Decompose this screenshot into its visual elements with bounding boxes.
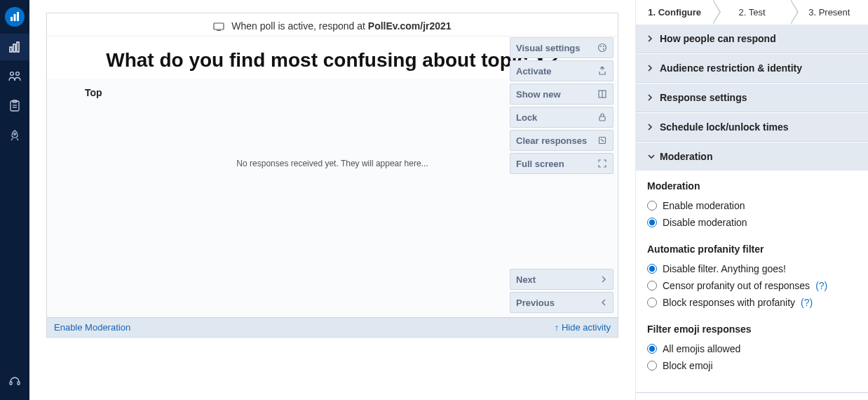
show-new-button[interactable]: Show new <box>510 84 613 105</box>
poll-stage: Visual settings Activate Show new Lock <box>46 13 618 338</box>
action-label: Clear responses <box>516 135 587 146</box>
svg-rect-5 <box>17 42 19 52</box>
chevron-right-icon <box>647 123 654 131</box>
chevron-down-icon <box>647 154 654 160</box>
svg-rect-0 <box>11 17 13 21</box>
lock-icon <box>597 112 607 122</box>
action-label: Show new <box>516 89 561 100</box>
action-label: Full screen <box>516 159 564 169</box>
respond-url: PollEv.com/jr2021 <box>368 20 452 32</box>
accordion-schedule: Schedule lock/unlock times <box>636 112 868 142</box>
nav-reports[interactable] <box>0 93 29 119</box>
next-button[interactable]: Next <box>510 269 613 290</box>
action-label: Visual settings <box>516 43 581 53</box>
moderation-group: Moderation Enable moderation Disable mod… <box>647 180 857 231</box>
radio-input[interactable] <box>647 218 657 227</box>
stage-footer: Enable Moderation ↑ Hide activity <box>47 317 618 337</box>
bars-icon <box>9 11 20 22</box>
brand-logo[interactable] <box>5 7 25 27</box>
respond-instruction: When poll is active, respond at PollEv.c… <box>47 13 618 36</box>
clipboard-icon <box>8 100 21 112</box>
action-label: Lock <box>516 112 537 123</box>
svg-point-6 <box>11 72 14 76</box>
fullscreen-button[interactable]: Full screen <box>510 153 613 174</box>
radio-enable-moderation[interactable]: Enable moderation <box>647 197 857 214</box>
radio-label: Disable moderation <box>663 217 747 228</box>
radio-input[interactable] <box>647 201 657 211</box>
accordion-label: Audience restriction & identity <box>660 62 802 74</box>
clear-icon <box>597 135 607 145</box>
step-tabs: 1. Configure 2. Test 3. Present <box>636 0 868 24</box>
svg-point-18 <box>603 48 604 50</box>
svg-rect-3 <box>10 47 12 52</box>
people-icon <box>8 70 22 83</box>
nav-teams[interactable] <box>0 122 29 149</box>
tab-present[interactable]: 3. Present <box>791 0 868 24</box>
activate-icon <box>597 66 607 76</box>
svg-point-17 <box>603 46 604 47</box>
svg-rect-4 <box>13 44 15 52</box>
chevron-right-icon <box>647 64 654 72</box>
profanity-heading: Automatic profanity filter <box>647 244 857 255</box>
clear-responses-button[interactable]: Clear responses <box>510 130 613 151</box>
accordion-header-moderation[interactable]: Moderation <box>636 142 868 171</box>
enable-moderation-link[interactable]: Enable Moderation <box>54 322 130 333</box>
help-link[interactable]: (?) <box>815 280 827 291</box>
help-link[interactable]: (?) <box>801 297 813 308</box>
stage-area: Visual settings Activate Show new Lock <box>29 0 635 400</box>
palette-icon <box>597 43 607 53</box>
radio-disable-filter[interactable]: Disable filter. Anything goes! <box>647 260 857 277</box>
expand-icon <box>597 159 607 168</box>
accordion-response-settings: Response settings <box>636 83 868 112</box>
radio-input[interactable] <box>647 264 657 274</box>
radio-disable-moderation[interactable]: Disable moderation <box>647 214 857 231</box>
radio-censor-profanity[interactable]: Censor profanity out of responses (?) <box>647 277 857 294</box>
nav-activities[interactable] <box>0 34 29 60</box>
hide-activity-link[interactable]: ↑ Hide activity <box>555 322 611 333</box>
tab-configure[interactable]: 1. Configure <box>636 0 713 24</box>
configure-panel: 1. Configure 2. Test 3. Present How peop… <box>635 0 868 400</box>
radio-input[interactable] <box>647 361 657 371</box>
action-label: Activate <box>516 66 552 76</box>
radio-label: Censor profanity out of responses <box>663 280 810 291</box>
left-nav-rail <box>0 0 29 400</box>
accordion-label: Moderation <box>660 151 712 162</box>
tab-test[interactable]: 2. Test <box>713 0 790 24</box>
nav-participants[interactable] <box>0 63 29 90</box>
hide-activity-label: Hide activity <box>562 322 611 333</box>
svg-point-15 <box>599 44 606 52</box>
accordion-moderation: Moderation Moderation Enable moderation … <box>636 142 868 393</box>
visual-settings-button[interactable]: Visual settings <box>510 37 613 58</box>
svg-rect-24 <box>214 23 224 29</box>
radio-input[interactable] <box>647 281 657 291</box>
nav-support[interactable] <box>0 368 29 394</box>
accordion-header-response-settings[interactable]: Response settings <box>636 84 868 112</box>
accordion-header-how-respond[interactable]: How people can respond <box>636 25 868 53</box>
chevron-right-icon <box>647 34 654 43</box>
radio-label: Block responses with profanity <box>663 297 795 308</box>
accordion-header-schedule[interactable]: Schedule lock/unlock times <box>636 113 868 141</box>
radio-label: Block emoji <box>663 360 713 371</box>
action-label: Previous <box>516 298 555 308</box>
radio-block-emoji[interactable]: Block emoji <box>647 357 857 374</box>
accordion-header-audience[interactable]: Audience restriction & identity <box>636 54 868 82</box>
accordion-how-respond: How people can respond <box>636 24 868 53</box>
activity-icon <box>8 41 21 53</box>
respond-prefix: When poll is active, respond at <box>231 20 368 32</box>
svg-line-23 <box>601 139 604 142</box>
radio-allow-emoji[interactable]: All emojis allowed <box>647 340 857 357</box>
svg-rect-21 <box>599 116 605 121</box>
svg-rect-14 <box>18 382 20 385</box>
previous-button[interactable]: Previous <box>510 292 613 313</box>
svg-rect-1 <box>14 14 16 21</box>
svg-point-12 <box>14 133 16 135</box>
radio-block-profanity[interactable]: Block responses with profanity (?) <box>647 294 857 311</box>
lock-button[interactable]: Lock <box>510 107 613 128</box>
radio-input[interactable] <box>647 298 657 307</box>
radio-label: Enable moderation <box>663 200 745 211</box>
svg-point-7 <box>16 72 20 76</box>
radio-input[interactable] <box>647 344 657 354</box>
activate-button[interactable]: Activate <box>510 60 613 81</box>
screen-icon <box>213 22 224 31</box>
svg-rect-13 <box>10 382 12 385</box>
